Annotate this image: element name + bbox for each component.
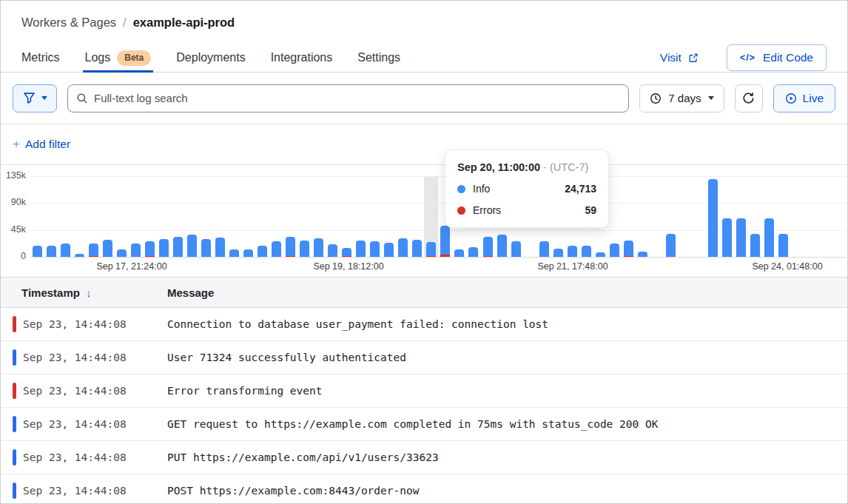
- chart-bar[interactable]: [356, 241, 366, 257]
- chart-bar-slot[interactable]: [354, 176, 368, 257]
- chart-bar-slot[interactable]: [608, 176, 622, 257]
- edit-code-button[interactable]: </> Edit Code: [727, 44, 827, 71]
- chart-bar[interactable]: [398, 238, 408, 257]
- chart-bar[interactable]: [454, 249, 464, 257]
- chart-bar[interactable]: [624, 241, 633, 257]
- chart-bar[interactable]: [258, 246, 267, 257]
- table-row[interactable]: Sep 23, 14:44:08Error transforming event: [1, 374, 847, 408]
- chart-bar-slot[interactable]: [58, 176, 73, 257]
- chart-bar[interactable]: [328, 244, 337, 257]
- chart-bar[interactable]: [610, 243, 619, 257]
- table-row[interactable]: Sep 23, 14:44:08Connection to database u…: [1, 308, 847, 341]
- chart-bar-slot[interactable]: [227, 176, 241, 257]
- chart-bar-slot[interactable]: [73, 176, 87, 257]
- chart-bar-slot[interactable]: [410, 176, 424, 257]
- chart-bar[interactable]: [708, 179, 718, 257]
- chart-bar-slot[interactable]: [734, 176, 748, 257]
- chart-bar-slot[interactable]: [269, 176, 283, 257]
- column-header-timestamp[interactable]: Timestamp ↓: [21, 286, 167, 299]
- chart-bar[interactable]: [201, 239, 211, 257]
- chart-bar-slot[interactable]: [115, 176, 129, 257]
- refresh-button[interactable]: [735, 84, 763, 112]
- chart-bar-slot[interactable]: [664, 176, 678, 257]
- chart-bar[interactable]: [778, 234, 788, 257]
- breadcrumb-parent[interactable]: Workers & Pages: [21, 16, 116, 30]
- chart-bar-slot[interactable]: [636, 176, 650, 257]
- chart-bar[interactable]: [440, 226, 450, 257]
- chart-bar[interactable]: [272, 241, 281, 257]
- chart-bar[interactable]: [483, 237, 493, 257]
- chart-bar-slot[interactable]: [762, 176, 776, 257]
- chart-bar-slot[interactable]: [87, 176, 101, 257]
- chart-bar-slot[interactable]: [396, 176, 410, 257]
- chart-bar-slot[interactable]: [340, 176, 354, 257]
- chart-bar-slot[interactable]: [706, 176, 720, 257]
- chart-bar-slot[interactable]: [326, 176, 340, 257]
- chart-bar[interactable]: [638, 252, 647, 257]
- table-row[interactable]: Sep 23, 14:44:08PUT https://example.com/…: [1, 441, 847, 474]
- chart-bar-slot[interactable]: [283, 176, 297, 257]
- chart-bar[interactable]: [764, 218, 774, 257]
- chart-bar[interactable]: [215, 238, 225, 257]
- chart-bar-slot[interactable]: [129, 176, 143, 257]
- chart-bar[interactable]: [243, 249, 253, 257]
- chart-bar[interactable]: [187, 235, 197, 257]
- time-range-dropdown[interactable]: 7 days: [639, 84, 724, 112]
- tab-logs[interactable]: Logs Beta: [85, 44, 152, 72]
- visit-link[interactable]: Visit: [660, 51, 699, 64]
- chart-bar-slot[interactable]: [101, 176, 115, 257]
- chart-bar[interactable]: [736, 218, 746, 257]
- chart-bar-slot[interactable]: [776, 176, 790, 257]
- chart-bar[interactable]: [173, 237, 183, 257]
- chart-bar-slot[interactable]: [312, 176, 326, 257]
- chart-bar-slot[interactable]: [44, 176, 58, 257]
- filter-menu-button[interactable]: [13, 84, 57, 112]
- chart-bar-slot[interactable]: [748, 176, 762, 257]
- chart-bar[interactable]: [314, 238, 323, 257]
- chart-bar-slot[interactable]: [241, 176, 255, 257]
- chart-bar[interactable]: [117, 249, 127, 257]
- chart-bar-slot[interactable]: [297, 176, 312, 257]
- chart-bar-slot[interactable]: [199, 176, 213, 257]
- table-row[interactable]: Sep 23, 14:44:08GET request to https://e…: [1, 408, 847, 441]
- tab-deployments[interactable]: Deployments: [176, 44, 245, 72]
- chart-bar[interactable]: [75, 254, 84, 257]
- chart-bar[interactable]: [553, 249, 563, 257]
- chart-bar[interactable]: [412, 240, 422, 257]
- chart-bar[interactable]: [596, 252, 605, 257]
- chart-bar-slot[interactable]: [720, 176, 734, 257]
- chart-bar[interactable]: [342, 248, 351, 257]
- chart-bar-slot[interactable]: [382, 176, 396, 257]
- chart-bar-slot[interactable]: [30, 176, 44, 257]
- chart-bar[interactable]: [229, 249, 239, 257]
- chart-bar[interactable]: [722, 218, 732, 257]
- chart-bar[interactable]: [384, 243, 394, 257]
- chart-bar-slot[interactable]: [213, 176, 227, 257]
- chart-bar[interactable]: [568, 246, 577, 257]
- chart-bar[interactable]: [666, 234, 676, 257]
- chart-bar[interactable]: [511, 241, 521, 257]
- chart-bar[interactable]: [47, 246, 56, 257]
- chart-bar-slot[interactable]: [368, 176, 382, 257]
- chart-bar[interactable]: [89, 243, 98, 257]
- search-input[interactable]: [67, 84, 629, 112]
- tab-integrations[interactable]: Integrations: [271, 44, 333, 72]
- chart-bar-slot[interactable]: [171, 176, 185, 257]
- chart-bar[interactable]: [468, 247, 478, 257]
- chart-bar[interactable]: [103, 240, 112, 257]
- chart-bar[interactable]: [159, 239, 169, 257]
- chart-bar[interactable]: [370, 241, 380, 257]
- chart-bar-slot[interactable]: [157, 176, 171, 257]
- table-row[interactable]: Sep 23, 14:44:08POST https://example.com…: [1, 474, 847, 504]
- chart-bar[interactable]: [131, 243, 141, 257]
- chart-bar[interactable]: [145, 241, 155, 257]
- chart-bar[interactable]: [497, 235, 507, 257]
- add-filter-button[interactable]: + Add filter: [13, 137, 70, 152]
- tab-metrics[interactable]: Metrics: [21, 44, 60, 72]
- chart-bar[interactable]: [426, 242, 436, 257]
- chart-bar-slot[interactable]: [424, 176, 438, 257]
- chart-bar[interactable]: [286, 237, 295, 257]
- chart-bar[interactable]: [33, 246, 42, 257]
- chart-bar-slot[interactable]: [143, 176, 157, 257]
- chart-bar-slot[interactable]: [185, 176, 199, 257]
